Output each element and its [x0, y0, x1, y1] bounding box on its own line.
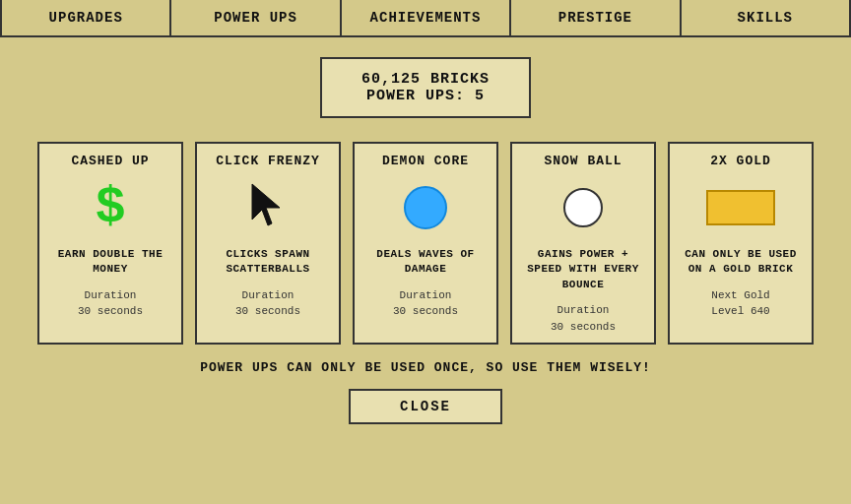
circle-blue-icon [404, 186, 447, 229]
circle-white-icon [563, 188, 603, 227]
powerup-click-frenzy-icon-area [233, 178, 302, 237]
cursor-icon [244, 182, 292, 233]
powerup-click-frenzy[interactable]: CLICK FRENZY CLICKS SPAWN SCATTERBALLS D… [195, 142, 341, 345]
powerup-demon-core-icon-area [391, 178, 460, 237]
powerup-demon-core-desc: DEALS WAVES OF DAMAGE [362, 247, 489, 278]
bricks-info-box: 60,125 BRICKS POWER UPS: 5 [320, 57, 531, 118]
powerup-cashed-up-desc: EARN DOUBLE THE MONEY [47, 247, 173, 278]
powerup-click-frenzy-title: CLICK FRENZY [216, 154, 320, 168]
main-content: 60,125 BRICKS POWER UPS: 5 CASHED UP $ E… [0, 37, 851, 434]
powerup-cashed-up-footer: Duration 30 seconds [78, 287, 143, 320]
powerup-snow-ball-desc: GAINS POWER + SPEED WITH EVERY BOUNCE [520, 247, 646, 292]
powerup-click-frenzy-footer: Duration 30 seconds [235, 287, 300, 320]
powerup-snow-ball-icon-area [549, 178, 618, 237]
svg-marker-0 [252, 184, 280, 225]
powerups-count: POWER UPS: 5 [361, 88, 490, 104]
powerup-snow-ball[interactable]: SNOW BALL GAINS POWER + SPEED WITH EVERY… [510, 142, 656, 345]
powerup-cashed-up[interactable]: CASHED UP $ EARN DOUBLE THE MONEY Durati… [37, 142, 183, 345]
gold-rect-icon [706, 190, 775, 225]
powerup-snow-ball-title: SNOW BALL [544, 154, 622, 168]
powerup-click-frenzy-desc: CLICKS SPAWN SCATTERBALLS [205, 247, 331, 278]
nav-upgrades[interactable]: UPGRADES [0, 0, 171, 35]
top-nav: UPGRADES POWER UPS ACHIEVEMENTS PRESTIGE… [0, 0, 851, 37]
powerup-snow-ball-footer: Duration 30 seconds [551, 302, 616, 335]
powerup-demon-core[interactable]: DEMON CORE DEALS WAVES OF DAMAGE Duratio… [353, 142, 498, 345]
powerup-2x-gold-desc: CAN ONLY BE USED ON A GOLD BRICK [678, 247, 804, 278]
powerup-cashed-up-icon-area: $ [76, 178, 145, 237]
close-button[interactable]: CLOSE [349, 389, 502, 424]
powerup-demon-core-footer: Duration 30 seconds [393, 287, 458, 320]
dollar-icon: $ [95, 179, 125, 237]
powerup-2x-gold-icon-area [706, 178, 775, 237]
powerup-cashed-up-title: CASHED UP [71, 154, 149, 168]
powerup-2x-gold-title: 2X GOLD [710, 154, 771, 168]
nav-prestige[interactable]: PRESTIGE [511, 0, 681, 35]
nav-powerups[interactable]: POWER UPS [171, 0, 341, 35]
bricks-count: 60,125 BRICKS [361, 71, 490, 88]
bottom-notice: POWER UPS CAN ONLY BE USED ONCE, SO USE … [200, 360, 651, 375]
powerup-demon-core-title: DEMON CORE [382, 154, 469, 168]
powerups-grid: CASHED UP $ EARN DOUBLE THE MONEY Durati… [37, 142, 814, 345]
powerup-2x-gold[interactable]: 2X GOLD CAN ONLY BE USED ON A GOLD BRICK… [668, 142, 814, 345]
powerup-2x-gold-footer: Next Gold Level 640 [711, 287, 769, 320]
nav-skills[interactable]: SKILLS [682, 0, 851, 35]
nav-achievements[interactable]: ACHIEVEMENTS [342, 0, 511, 35]
